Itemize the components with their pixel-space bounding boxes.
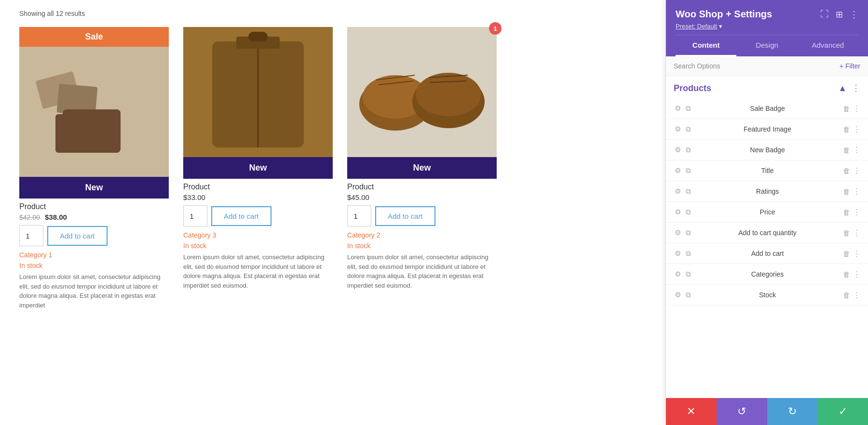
more-icon-featured-image[interactable]: ⋮ [853,125,860,133]
section-more-icon[interactable]: ⋮ [852,83,860,93]
save-button[interactable]: ✓ [817,398,868,425]
tab-content[interactable]: Content [676,35,736,56]
add-to-cart-button-3[interactable]: Add to cart [375,206,435,226]
product-area: Showing all 12 results Sale New [0,0,665,425]
delete-icon-atcq[interactable]: 🗑 [843,229,850,237]
settings-icon-price[interactable]: ⚙ [674,207,682,217]
product-card-3: 1 [347,27,497,314]
settings-icon-stock[interactable]: ⚙ [674,290,682,300]
product-desc-3: Lorem ipsum dolor sit amet, consectetur … [347,252,497,290]
qty-input-2[interactable] [183,205,207,226]
tab-design[interactable]: Design [736,35,797,56]
more-icon-atcq[interactable]: ⋮ [853,228,860,237]
duplicate-icon-stock[interactable]: ⧉ [685,290,692,300]
notification-badge: 1 [489,22,502,35]
comp-name-atc: Add to cart [696,250,839,257]
duplicate-icon-ratings[interactable]: ⧉ [685,186,692,197]
settings-icon-sale-badge[interactable]: ⚙ [674,103,682,114]
component-row-new-badge: ⚙ ⧉ New Badge 🗑 ⋮ [666,140,868,160]
panel-tabs: Content Design Advanced [676,35,858,56]
delete-icon-featured-image[interactable]: 🗑 [843,125,850,133]
settings-icon-categories[interactable]: ⚙ [674,269,682,279]
qty-input-3[interactable] [347,205,371,226]
duplicate-icon-atc[interactable]: ⧉ [685,248,692,259]
delete-icon-ratings[interactable]: 🗑 [843,187,850,196]
redo-button[interactable]: ↻ [767,398,818,425]
products-grid: Sale New Product $42.0 [19,27,646,314]
comp-right-icons-featured-image: 🗑 ⋮ [843,125,860,133]
duplicate-icon-sale-badge[interactable]: ⧉ [685,103,692,114]
duplicate-icon-title[interactable]: ⧉ [685,165,692,176]
more-icon-sale-badge[interactable]: ⋮ [853,104,860,113]
duplicate-icon-new-badge[interactable]: ⧉ [685,145,692,155]
preset-row[interactable]: Preset: Default ▾ [676,23,858,30]
add-to-cart-button-1[interactable]: Add to cart [47,226,108,246]
settings-icon-featured-image[interactable]: ⚙ [674,124,682,134]
comp-name-price: Price [696,208,839,216]
component-row-add-to-cart-quantity: ⚙ ⧉ Add to cart quantity 🗑 ⋮ [666,223,868,243]
showing-results-text: Showing all 12 results [19,10,646,17]
delete-icon-title[interactable]: 🗑 [843,167,850,175]
delete-icon-sale-badge[interactable]: 🗑 [843,105,850,113]
delete-icon-atc[interactable]: 🗑 [843,250,850,258]
more-icon-title[interactable]: ⋮ [853,166,860,175]
settings-icon-new-badge[interactable]: ⚙ [674,145,682,155]
filter-button[interactable]: + Filter [840,62,860,70]
more-icon-stock[interactable]: ⋮ [853,291,860,299]
duplicate-icon-featured-image[interactable]: ⧉ [685,124,692,134]
collapse-icon[interactable]: ▲ [838,83,847,93]
duplicate-icon-price[interactable]: ⧉ [685,207,692,217]
product-category-3[interactable]: Category 2 [347,231,497,239]
undo-button[interactable]: ↺ [717,398,767,425]
settings-icon-atc[interactable]: ⚙ [674,248,682,259]
new-badge-3: New [347,157,497,179]
price-2: $33.00 [183,193,205,201]
add-to-cart-button-2[interactable]: Add to cart [211,206,271,226]
settings-icon-ratings[interactable]: ⚙ [674,186,682,197]
component-row-price: ⚙ ⧉ Price 🗑 ⋮ [666,202,868,223]
close-button[interactable]: ✕ [666,398,717,425]
settings-icon-title[interactable]: ⚙ [674,165,682,176]
more-icon-categories[interactable]: ⋮ [853,270,860,279]
columns-icon[interactable]: ⊞ [836,9,843,20]
product-category-2[interactable]: Category 3 [183,231,333,239]
panel-header-icons: ⛶ ⊞ ⋮ [820,9,858,20]
preset-label[interactable]: Preset: Default [676,23,717,30]
comp-right-icons-title: 🗑 ⋮ [843,166,860,175]
comp-left-icons-atcq: ⚙ ⧉ [674,227,692,238]
delete-icon-new-badge[interactable]: 🗑 [843,146,850,154]
product-info-3: Product $45.00 Add to cart Category 2 In… [347,179,497,294]
tab-advanced[interactable]: Advanced [798,35,858,56]
comp-right-icons-atc: 🗑 ⋮ [843,249,860,258]
product-stock-2: In stock [183,242,333,250]
more-options-icon[interactable]: ⋮ [850,9,858,20]
panel-title: Woo Shop + Settings [676,9,772,20]
panel-section-products: Products ▲ ⋮ ⚙ ⧉ Sale Badge 🗑 ⋮ ⚙ ⧉ Feat [666,76,868,398]
duplicate-icon-atcq[interactable]: ⧉ [685,227,692,238]
qty-input-1[interactable] [19,225,43,246]
settings-icon-atcq[interactable]: ⚙ [674,227,682,238]
more-icon-atc[interactable]: ⋮ [853,249,860,258]
fullscreen-icon[interactable]: ⛶ [820,9,829,19]
product-image-3 [347,27,497,157]
price-old-1: $42.00 [19,213,40,221]
more-icon-price[interactable]: ⋮ [853,208,860,216]
product-category-1[interactable]: Category 1 [19,251,169,259]
comp-left-icons-stock: ⚙ ⧉ [674,290,692,300]
delete-icon-price[interactable]: 🗑 [843,208,850,216]
product-stock-3: In stock [347,242,497,250]
comp-left-icons-categories: ⚙ ⧉ [674,269,692,279]
more-icon-ratings[interactable]: ⋮ [853,187,860,196]
delete-icon-stock[interactable]: 🗑 [843,291,850,299]
product-image-2 [183,27,333,157]
comp-name-ratings: Ratings [696,187,839,195]
duplicate-icon-categories[interactable]: ⧉ [685,269,692,279]
product-desc-1: Lorem ipsum dolor sit amet, consectetur … [19,272,169,310]
delete-icon-categories[interactable]: 🗑 [843,270,850,279]
product-desc-2: Lorem ipsum dolor sit amet, consectetur … [183,252,333,290]
more-icon-new-badge[interactable]: ⋮ [853,146,860,154]
products-section-header: Products ▲ ⋮ [666,76,868,98]
new-badge-2: New [183,157,333,179]
comp-name-stock: Stock [696,291,839,299]
comp-name-atcq: Add to cart quantity [696,229,839,237]
